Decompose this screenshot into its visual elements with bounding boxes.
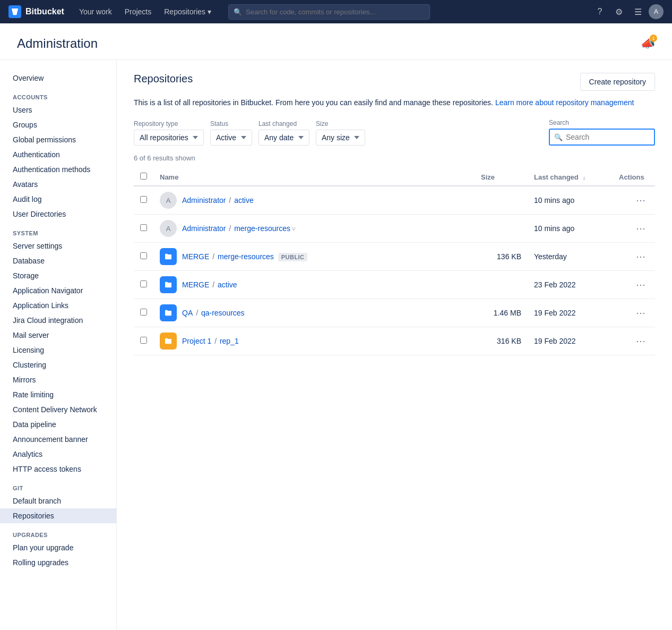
logo[interactable]: Bitbucket — [8, 5, 64, 18]
repositories-table: Name Size Last changed ↓ Actions A Admin… — [134, 168, 655, 355]
status-label: Status — [210, 120, 252, 127]
actions-menu-button[interactable]: ⋯ — [633, 222, 649, 235]
actions-menu-button[interactable]: ⋯ — [633, 306, 649, 320]
col-header-last-changed[interactable]: Last changed ↓ — [528, 168, 613, 186]
repo-owner-link[interactable]: Administrator — [182, 196, 226, 205]
actions-menu-button[interactable]: ⋯ — [633, 250, 649, 263]
sort-icon: ↓ — [582, 174, 585, 181]
sidebar-item-announcement-banner[interactable]: Announcement banner — [0, 432, 116, 447]
repos-title: Repositories — [134, 73, 193, 85]
sidebar-item-audit-log[interactable]: Audit log — [0, 192, 116, 207]
sidebar-item-cdn[interactable]: Content Delivery Network — [0, 402, 116, 417]
repo-last-changed: 23 Feb 2022 — [528, 271, 613, 299]
sidebar-item-analytics[interactable]: Analytics — [0, 447, 116, 462]
sidebar-item-data-pipeline[interactable]: Data pipeline — [0, 417, 116, 432]
results-count: 6 of 6 results shown — [134, 154, 655, 162]
repo-owner-link[interactable]: QA — [182, 309, 193, 317]
repo-size — [475, 186, 528, 215]
row-checkbox[interactable] — [140, 252, 147, 259]
repo-name-link[interactable]: qa-resources — [201, 309, 245, 317]
notifications-icon[interactable]: ☰ — [630, 3, 647, 20]
sidebar-item-repositories[interactable]: Repositories — [0, 508, 116, 523]
table-row: Project 1 / rep_1 316 KB19 Feb 2022⋯ — [134, 327, 655, 355]
sidebar-item-default-branch[interactable]: Default branch — [0, 493, 116, 508]
page-title: Administration — [17, 36, 98, 51]
sidebar-item-database[interactable]: Database — [0, 253, 116, 268]
sidebar-item-app-navigator[interactable]: Application Navigator — [0, 283, 116, 298]
actions-menu-button[interactable]: ⋯ — [633, 278, 649, 292]
sidebar-item-http-tokens[interactable]: HTTP access tokens — [0, 462, 116, 476]
row-checkbox[interactable] — [140, 337, 147, 344]
sidebar-item-rate-limiting[interactable]: Rate limiting — [0, 387, 116, 402]
page-wrap: Administration 📣 1 Overview ACCOUNTS Use… — [0, 23, 672, 630]
sidebar-item-plan-upgrade[interactable]: Plan your upgrade — [0, 540, 116, 555]
status-select[interactable]: Active — [210, 130, 252, 146]
actions-menu-button[interactable]: ⋯ — [633, 193, 649, 207]
sidebar-item-user-directories[interactable]: User Directories — [0, 207, 116, 222]
filters-row: Repository type All repositories Status … — [134, 119, 655, 146]
row-checkbox[interactable] — [140, 224, 147, 231]
repo-owner-link[interactable]: Project 1 — [182, 337, 211, 345]
nav-repositories[interactable]: Repositories ▾ — [160, 5, 216, 18]
sidebar-item-clustering[interactable]: Clustering — [0, 357, 116, 372]
repo-owner-link[interactable]: Administrator — [182, 224, 226, 233]
avatar[interactable]: A — [649, 4, 664, 19]
repo-size — [475, 271, 528, 299]
sidebar-item-mail-server[interactable]: Mail server — [0, 328, 116, 343]
learn-more-link[interactable]: Learn more about repository management — [495, 98, 634, 107]
sidebar-item-storage[interactable]: Storage — [0, 268, 116, 283]
sidebar-item-licensing[interactable]: Licensing — [0, 343, 116, 357]
select-all-checkbox[interactable] — [140, 173, 147, 180]
nav-your-work[interactable]: Your work — [75, 5, 116, 18]
table-row: A Administrator / active 10 mins ago⋯ — [134, 186, 655, 215]
chevron-down-icon: ▾ — [208, 7, 211, 16]
repo-owner-link[interactable]: MERGE — [182, 280, 209, 289]
repo-name-link[interactable]: active — [218, 280, 237, 289]
repo-name-link[interactable]: rep_1 — [220, 337, 239, 345]
search-filter: Search 🔍 — [549, 119, 655, 146]
sidebar-item-authentication-methods[interactable]: Authentication methods — [0, 162, 116, 177]
sidebar-item-global-permissions[interactable]: Global permissions — [0, 132, 116, 147]
repo-size: 1.46 MB — [475, 299, 528, 327]
sidebar-item-mirrors[interactable]: Mirrors — [0, 372, 116, 387]
sidebar-item-groups[interactable]: Groups — [0, 117, 116, 132]
size-select[interactable]: Any size — [316, 130, 365, 146]
sidebar-item-users[interactable]: Users — [0, 103, 116, 117]
repo-avatar: A — [160, 220, 177, 237]
sidebar-item-app-links[interactable]: Application Links — [0, 298, 116, 313]
size-label: Size — [316, 120, 365, 127]
repo-actions-cell: ⋯ — [613, 186, 655, 215]
repo-name-link[interactable]: merge-resources — [234, 224, 290, 233]
create-repository-button[interactable]: Create repository — [580, 73, 655, 91]
row-checkbox[interactable] — [140, 309, 147, 316]
table-row: MERGE / active 23 Feb 2022⋯ — [134, 271, 655, 299]
settings-icon[interactable]: ⚙ — [610, 3, 627, 20]
sidebar-item-avatars[interactable]: Avatars — [0, 177, 116, 192]
sidebar-item-server-settings[interactable]: Server settings — [0, 239, 116, 253]
size-filter: Size Any size — [316, 120, 365, 146]
topnav-search-input[interactable] — [228, 4, 430, 20]
repo-name-link[interactable]: merge-resources — [218, 252, 274, 261]
repo-owner-link[interactable]: MERGE — [182, 252, 209, 261]
repo-folder-icon — [160, 248, 177, 265]
sidebar-item-jira-cloud[interactable]: Jira Cloud integration — [0, 313, 116, 328]
sidebar-item-authentication[interactable]: Authentication — [0, 147, 116, 162]
row-checkbox[interactable] — [140, 280, 147, 287]
row-checkbox[interactable] — [140, 196, 147, 203]
sidebar-item-overview[interactable]: Overview — [0, 71, 116, 86]
search-input[interactable] — [549, 129, 655, 146]
actions-menu-button[interactable]: ⋯ — [633, 334, 649, 348]
repo-avatar: A — [160, 192, 177, 209]
repo-name-link[interactable]: active — [234, 196, 254, 205]
repo-name: MERGE / active — [182, 280, 237, 289]
col-header-actions: Actions — [613, 168, 655, 186]
nav-projects[interactable]: Projects — [120, 5, 156, 18]
last-changed-select[interactable]: Any date — [259, 130, 309, 146]
help-icon[interactable]: ? — [591, 3, 608, 20]
main-content: Repositories Create repository This is a… — [117, 60, 672, 630]
repo-folder-icon — [160, 304, 177, 321]
repo-type-select[interactable]: All repositories — [134, 130, 204, 146]
sidebar-section-git: GIT — [0, 476, 116, 493]
notification-wrap[interactable]: 📣 1 — [641, 37, 655, 50]
sidebar-item-rolling-upgrades[interactable]: Rolling upgrades — [0, 555, 116, 570]
